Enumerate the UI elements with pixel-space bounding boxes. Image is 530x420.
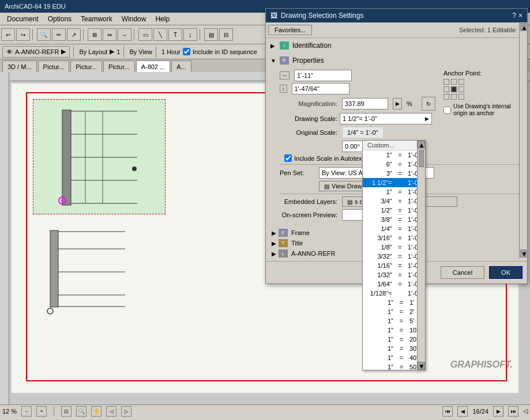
line-btn[interactable]: ╲ <box>153 28 167 41</box>
identification-label: Identification <box>292 41 331 50</box>
dialog-help-btn[interactable]: ? <box>512 12 516 20</box>
dropdown-scrollbar[interactable]: ▲ ▼ <box>417 141 425 370</box>
include-scale-checkbox[interactable] <box>284 154 292 162</box>
scale-item-20[interactable]: 1" = 20' <box>363 335 425 344</box>
scale-item-10[interactable]: 1/8" = 1'-0" <box>363 243 425 252</box>
move-btn[interactable]: ⇔ <box>103 28 116 41</box>
scale-item-7[interactable]: 3/8" = 1'-0" <box>363 215 425 224</box>
resize-btn[interactable]: ↔ <box>118 28 131 41</box>
text-btn[interactable]: T <box>168 28 182 41</box>
next-view-btn[interactable]: ▷ <box>121 406 131 417</box>
scale-item-6[interactable]: 1/2" = 1'-0" <box>363 206 425 215</box>
anchor-tl[interactable] <box>443 79 449 85</box>
zoom-btn[interactable]: 🔍 <box>37 28 51 41</box>
height-icon-btn[interactable]: ↕ <box>280 85 287 93</box>
menu-window[interactable]: Window <box>117 14 151 24</box>
scale-item-9[interactable]: 3/16" = 1'-0" <box>363 233 425 243</box>
menu-help[interactable]: Help <box>151 14 174 24</box>
scale-item-16[interactable]: 1" = 1' <box>363 298 425 307</box>
scale-item-11[interactable]: 3/32" = 1'-0" <box>363 252 425 261</box>
pan-btn[interactable]: ✋ <box>91 406 102 417</box>
zoom-in-btn[interactable]: + <box>36 406 47 417</box>
scale-item-17[interactable]: 1" = 2' <box>363 307 425 316</box>
layer-arrow-icon: ▶ <box>272 251 276 257</box>
use-origin-checkbox[interactable] <box>443 107 451 114</box>
zoom-window-btn[interactable]: 🔍 <box>76 406 87 417</box>
anchor-bl[interactable] <box>443 94 449 100</box>
scale-item-12[interactable]: 1/16" = 1'-0" <box>363 261 425 270</box>
arrow-btn[interactable]: ↗ <box>67 28 81 41</box>
cancel-btn[interactable]: Cancel <box>441 266 484 279</box>
menu-options[interactable]: Options <box>43 14 76 24</box>
scale-item-21[interactable]: 1" = 30' <box>363 344 425 353</box>
dd-scroll-down[interactable]: ▼ <box>418 362 425 370</box>
anchor-mr[interactable] <box>458 86 464 92</box>
menu-document[interactable]: Document <box>2 14 43 24</box>
anchor-tc[interactable] <box>451 79 457 85</box>
pen-btn[interactable]: ✏ <box>52 28 66 41</box>
dd-scroll-up[interactable]: ▲ <box>418 141 425 149</box>
scale-item-5[interactable]: 3/4" = 1'-0" <box>363 196 425 206</box>
next-page-btn[interactable]: ▶ <box>493 406 503 417</box>
sep4 <box>200 29 202 40</box>
first-page-btn[interactable]: ⏮ <box>442 406 453 417</box>
drawing-scale-dropdown[interactable]: 1 1/2"= 1'-0" ▶ <box>340 113 432 124</box>
fill-btn[interactable]: ▤ <box>204 28 218 41</box>
zoom-out-btn[interactable]: − <box>21 406 32 417</box>
tab-pictur3[interactable]: Pictur... <box>103 60 135 72</box>
fit-btn[interactable]: ⊡ <box>61 406 72 417</box>
shape-btn[interactable]: ▭ <box>138 28 152 41</box>
favorites-btn[interactable]: Favorites... <box>268 25 312 35</box>
tab-a[interactable]: A... <box>171 60 191 72</box>
prev-page-btn[interactable]: ◀ <box>457 406 468 417</box>
original-scale-val: 1/4" = 1'-0" <box>342 127 384 138</box>
prev-view-btn[interactable]: ◁ <box>106 406 116 417</box>
identification-header[interactable]: ▶ i Identification <box>268 40 525 51</box>
scale-item-23[interactable]: 1" = 50' <box>363 362 425 370</box>
scrollbar-down-btn[interactable]: ▼ <box>520 249 527 258</box>
magnification-input[interactable] <box>342 98 388 109</box>
tab-pictur2[interactable]: Pictur... <box>70 60 102 72</box>
redo-btn[interactable]: ↪ <box>16 28 30 41</box>
scale-item-15[interactable]: 1/128"= 1'-0" <box>363 289 425 298</box>
include-id-checkbox[interactable] <box>183 48 190 55</box>
tab-pictur1[interactable]: Pictur... <box>38 60 70 72</box>
select-btn[interactable]: ⊞ <box>88 28 102 41</box>
scale-item-0[interactable]: 1" = 1'-0" <box>363 150 425 160</box>
scale-item-2[interactable]: 3" = 1'-0" <box>363 169 425 178</box>
dd-scroll-thumb[interactable] <box>419 150 424 167</box>
scale-item-1[interactable]: 6" = 1'-0" <box>363 160 425 169</box>
last-page-btn[interactable]: ⏭ <box>508 406 518 417</box>
dialog-scrollbar[interactable]: ▲ ▼ <box>519 22 527 258</box>
anchor-mc[interactable] <box>451 86 457 92</box>
tab-a802[interactable]: A-802 ... <box>136 60 171 72</box>
height-input[interactable] <box>292 83 349 94</box>
ok-btn[interactable]: OK <box>489 266 523 279</box>
anchor-tr[interactable] <box>458 79 464 85</box>
scale-item-19[interactable]: 1" = 10' <box>363 326 425 335</box>
scale-item-8[interactable]: 1/4" = 1'-0" <box>363 224 425 233</box>
properties-header[interactable]: ▼ P Properties <box>268 55 525 66</box>
scale-item-3[interactable]: 1 1/2"= 1'-0" <box>363 178 425 187</box>
dim-btn[interactable]: ↨ <box>183 28 197 41</box>
layer-btn[interactable]: ⊟ <box>219 28 233 41</box>
tab-3d[interactable]: 3D / M... <box>2 60 37 72</box>
scrollbar-up-btn[interactable]: ▲ <box>520 23 527 31</box>
scale-item-22[interactable]: 1" = 40' <box>363 353 425 362</box>
scale-item-13[interactable]: 1/32" = 1'-0" <box>363 270 425 279</box>
scale-item-14[interactable]: 1/64" = 1'-0" <box>363 279 425 289</box>
undo-btn[interactable]: ↩ <box>1 28 15 41</box>
width-icon-btn[interactable]: ↔ <box>280 71 290 80</box>
scale-item-18[interactable]: 1" = 5' <box>363 316 425 326</box>
layer-select[interactable]: 👁 A-ANNO-REFR ▶ <box>2 46 70 58</box>
rotation-icon-btn[interactable]: ↻ <box>422 97 435 111</box>
mag-arrow-btn[interactable]: ▶ <box>393 98 402 109</box>
anchor-ml[interactable] <box>443 86 449 92</box>
width-input[interactable] <box>294 70 352 81</box>
anchor-bc[interactable] <box>451 94 457 100</box>
anchor-br[interactable] <box>458 94 464 100</box>
dialog-close-btn[interactable]: × <box>518 12 523 20</box>
scale-item-4[interactable]: 1" = 1'-0" <box>363 187 425 196</box>
dialog-title-text: Drawing Selection Settings <box>281 12 363 20</box>
menu-teamwork[interactable]: Teamwork <box>76 14 117 24</box>
